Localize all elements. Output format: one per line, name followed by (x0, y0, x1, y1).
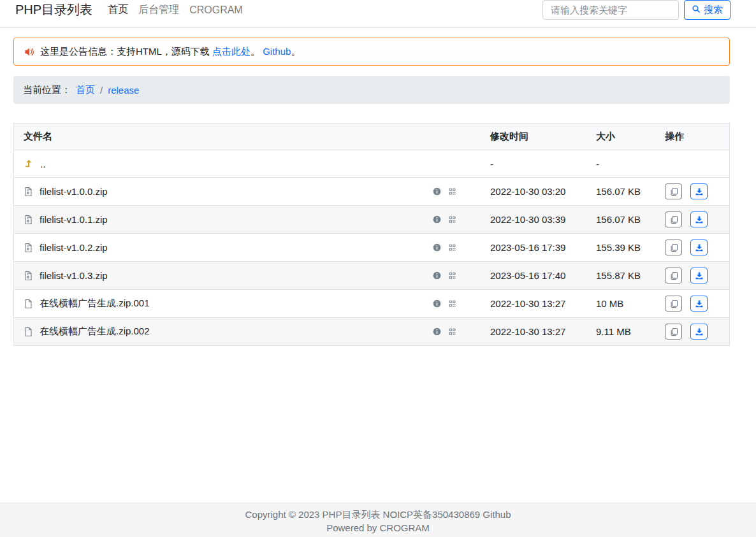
download-button[interactable] (690, 268, 708, 283)
column-header-actions: 操作 (655, 124, 729, 150)
announcement-mid: 。 (251, 46, 263, 57)
copy-link-button[interactable] (665, 324, 682, 340)
nav-item-home[interactable]: 首页 (108, 3, 128, 17)
table-row: filelist-v1.0.1.zip 2022-10-30 03:39 156… (14, 206, 729, 234)
copy-link-button[interactable] (665, 268, 682, 283)
zip-file-icon (24, 271, 33, 281)
download-button[interactable] (690, 324, 708, 340)
column-header-filename: 文件名 (14, 124, 481, 150)
search-button-label: 搜索 (704, 4, 723, 16)
file-name: filelist-v1.0.0.zip (40, 186, 108, 197)
file-size: 9.11 MB (586, 318, 655, 346)
file-link[interactable]: filelist-v1.0.3.zip (24, 270, 108, 281)
speaker-icon (24, 47, 34, 57)
main-content: 这里是公告信息：支持HTML，源码下载 点击此处。 Github。 当前位置： … (0, 28, 756, 503)
info-icon[interactable] (433, 299, 441, 308)
file-table: 文件名 修改时间 大小 操作 .. - - (13, 123, 730, 346)
download-button[interactable] (690, 183, 708, 199)
github-link[interactable]: Github (263, 46, 291, 57)
info-icon[interactable] (433, 215, 441, 224)
file-link[interactable]: 在线横幅广告生成.zip.002 (24, 326, 150, 338)
navbar: PHP目录列表 首页 后台管理 CROGRAM 搜索 (0, 0, 756, 28)
breadcrumb: 当前位置： 首页 / release (13, 76, 730, 104)
announcement-alert: 这里是公告信息：支持HTML，源码下载 点击此处。 Github。 (13, 38, 730, 66)
navbar-left: PHP目录列表 首页 后台管理 CROGRAM (15, 0, 253, 20)
file-name: filelist-v1.0.3.zip (40, 270, 108, 281)
file-modified-time: 2022-10-30 03:20 (481, 178, 586, 206)
info-icon[interactable] (433, 243, 441, 252)
file-link[interactable]: 在线横幅广告生成.zip.001 (24, 297, 150, 310)
file-modified-time: 2022-10-30 13:27 (481, 290, 586, 318)
file-name: filelist-v1.0.2.zip (40, 242, 108, 253)
page-footer: Copyright © 2023 PHP目录列表 NOICP英备35043086… (0, 503, 756, 537)
file-size: 155.39 KB (586, 234, 655, 262)
breadcrumb-separator: / (100, 85, 103, 96)
file-size: 155.87 KB (586, 262, 655, 290)
copy-link-button[interactable] (665, 296, 682, 311)
download-button[interactable] (690, 296, 708, 311)
zip-file-icon (24, 215, 33, 225)
file-icon (24, 327, 33, 337)
qr-code-icon[interactable] (448, 243, 456, 252)
qr-code-icon[interactable] (448, 327, 456, 336)
search-input[interactable] (542, 0, 679, 20)
download-button[interactable] (690, 211, 708, 227)
file-modified-time: 2022-10-30 03:39 (481, 206, 586, 234)
search-form: 搜索 (542, 0, 731, 20)
info-icon[interactable] (433, 271, 441, 280)
brand-title[interactable]: PHP目录列表 (15, 1, 92, 18)
up-level-icon (24, 159, 34, 169)
table-row: filelist-v1.0.3.zip 2023-05-16 17:40 155… (14, 262, 729, 290)
qr-code-icon[interactable] (448, 299, 456, 308)
copy-link-button[interactable] (665, 240, 682, 255)
nav-item-crogram[interactable]: CROGRAM (189, 4, 243, 16)
table-header-row: 文件名 修改时间 大小 操作 (14, 124, 729, 150)
breadcrumb-current-link[interactable]: release (108, 85, 139, 96)
qr-code-icon[interactable] (448, 271, 456, 280)
zip-file-icon (24, 187, 33, 197)
file-size: 10 MB (586, 290, 655, 318)
download-here-link[interactable]: 点击此处 (212, 46, 251, 57)
file-name: 在线横幅广告生成.zip.002 (40, 326, 150, 338)
info-icon[interactable] (433, 187, 441, 196)
table-row: filelist-v1.0.0.zip 2022-10-30 03:20 156… (14, 178, 729, 206)
file-modified-time: - (481, 150, 586, 178)
announcement-suffix: 。 (291, 46, 300, 57)
search-icon (692, 4, 701, 15)
download-button[interactable] (690, 240, 708, 255)
file-modified-time: 2022-10-30 13:27 (481, 318, 586, 346)
nav-item-admin[interactable]: 后台管理 (138, 3, 179, 17)
copy-link-button[interactable] (665, 211, 682, 227)
file-link[interactable]: filelist-v1.0.2.zip (24, 242, 108, 253)
powered-by-line: Powered by CROGRAM (0, 521, 756, 534)
file-modified-time: 2023-05-16 17:40 (481, 262, 586, 290)
table-row: filelist-v1.0.2.zip 2023-05-16 17:39 155… (14, 234, 729, 262)
qr-code-icon[interactable] (448, 187, 456, 196)
search-button[interactable]: 搜索 (684, 0, 731, 20)
breadcrumb-home-link[interactable]: 首页 (76, 84, 95, 96)
file-name: 在线横幅广告生成.zip.001 (40, 297, 150, 310)
file-modified-time: 2023-05-16 17:39 (481, 234, 586, 262)
file-link[interactable]: filelist-v1.0.0.zip (24, 186, 108, 197)
announcement-text: 这里是公告信息：支持HTML，源码下载 点击此处。 Github。 (40, 46, 300, 58)
info-icon[interactable] (433, 327, 441, 336)
column-header-size: 大小 (586, 124, 655, 150)
announcement-prefix: 这里是公告信息：支持HTML，源码下载 (40, 46, 212, 57)
file-size: - (586, 150, 655, 178)
file-size: 156.07 KB (586, 178, 655, 206)
table-row: 在线横幅广告生成.zip.001 2022-10-30 13:27 10 MB (14, 290, 729, 318)
file-size: 156.07 KB (586, 206, 655, 234)
copyright-line: Copyright © 2023 PHP目录列表 NOICP英备35043086… (0, 508, 756, 521)
file-name: .. (40, 159, 45, 169)
table-row: .. - - (14, 150, 729, 178)
file-icon (24, 299, 33, 309)
breadcrumb-label: 当前位置： (23, 84, 71, 96)
table-row: 在线横幅广告生成.zip.002 2022-10-30 13:27 9.11 M… (14, 318, 729, 346)
zip-file-icon (24, 243, 33, 253)
copy-link-button[interactable] (665, 183, 682, 199)
file-link[interactable]: filelist-v1.0.1.zip (24, 214, 108, 225)
file-link[interactable]: .. (24, 159, 45, 169)
file-name: filelist-v1.0.1.zip (40, 214, 108, 225)
qr-code-icon[interactable] (448, 215, 456, 224)
column-header-modified: 修改时间 (481, 124, 586, 150)
